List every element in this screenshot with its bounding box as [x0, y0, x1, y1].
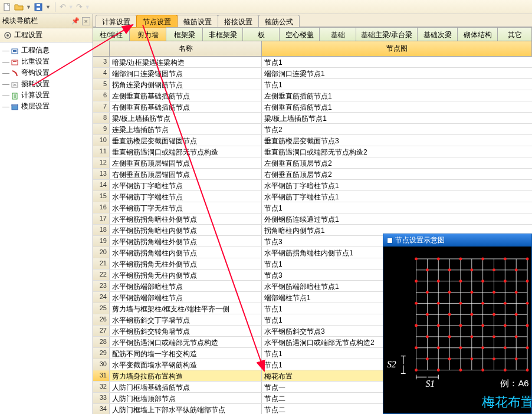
- row-img[interactable]: 节点1: [262, 57, 532, 67]
- diagram-svg: S1 S2 例：A6 梅花布置: [383, 247, 531, 413]
- svg-rect-9: [12, 60, 18, 65]
- th-img: 节点图: [262, 41, 532, 56]
- tree-dash: —: [2, 91, 8, 100]
- svg-point-76: [481, 324, 484, 327]
- nav-item-label: 损耗设置: [21, 79, 50, 89]
- caption-label: 梅花布置: [481, 395, 531, 409]
- table-row[interactable]: 13右侧垂直筋顶层锚固节点右侧垂直筋顶层节点2: [93, 169, 532, 180]
- row-name: 暗梁/边框梁遇连梁构造: [110, 57, 262, 67]
- svg-point-54: [481, 280, 484, 282]
- nav-item[interactable]: —工程信息: [1, 45, 93, 56]
- row-img[interactable]: 节点1: [262, 202, 532, 213]
- subtab-柱/墙柱[interactable]: 柱/墙柱: [93, 27, 130, 41]
- row-img[interactable]: 水平钢筋丁字端柱节点1: [262, 191, 532, 202]
- subtab-基础主梁/承台梁[interactable]: 基础主梁/承台梁: [356, 27, 418, 41]
- nav-item[interactable]: —计算设置: [1, 90, 93, 101]
- subtab-基础[interactable]: 基础: [320, 27, 356, 41]
- row-name: 人防门框墙基础插筋节点: [110, 382, 262, 392]
- row-name: 水平钢筋端部暗柱节点: [110, 281, 262, 291]
- table-row[interactable]: 9连梁上墙插筋节点节点2: [93, 124, 532, 135]
- subtab-空心楼盖[interactable]: 空心楼盖: [280, 27, 320, 41]
- subtab-基础次梁[interactable]: 基础次梁: [418, 27, 458, 41]
- nav-item-label: 计算设置: [21, 90, 50, 100]
- nav-tree: —工程信息—比重设置—弯钩设置—损耗设置—计算设置—楼层设置: [0, 42, 93, 414]
- subtab-砌体结构[interactable]: 砌体结构: [458, 27, 498, 41]
- table-row[interactable]: 12左侧垂直筋顶层锚固节点左侧垂直筋顶层节点2: [93, 157, 532, 169]
- table-row[interactable]: 6左侧垂直筋基础插筋节点左侧垂直筋插筋节点1: [93, 90, 532, 101]
- row-num: 21: [93, 258, 110, 269]
- table-row[interactable]: 3暗梁/边框梁遇连梁构造节点1: [93, 57, 532, 68]
- table-row[interactable]: 4端部洞口连梁锚固节点端部洞口连梁节点1: [93, 68, 532, 79]
- row-img[interactable]: 右侧垂直筋插筋节点1: [262, 101, 532, 112]
- svg-rect-2: [37, 8, 40, 10]
- row-num: 29: [93, 348, 110, 359]
- subtab-板[interactable]: 板: [243, 27, 280, 41]
- row-name: 剪力墙身拉筋布置构造: [110, 370, 262, 381]
- svg-point-58: [448, 291, 451, 294]
- row-img[interactable]: 水平钢筋丁字暗柱节点1: [262, 180, 532, 190]
- row-img[interactable]: 外侧钢筋连续通过节点1: [262, 213, 532, 224]
- row-img[interactable]: 垂直筋遇洞口或端部无节点构造2: [262, 146, 532, 157]
- new-icon[interactable]: [2, 2, 12, 12]
- table-row[interactable]: 7右侧垂直筋基础插筋节点右侧垂直筋插筋节点1: [93, 101, 532, 113]
- table-row[interactable]: 11垂直钢筋遇洞口或端部无节点构造垂直筋遇洞口或端部无节点构造2: [93, 146, 532, 157]
- table-row[interactable]: 17水平钢筋拐角暗柱外侧节点外侧钢筋连续通过节点1: [93, 213, 532, 225]
- table-row[interactable]: 14水平钢筋丁字暗柱节点水平钢筋丁字暗柱节点1: [93, 180, 532, 191]
- nav-item[interactable]: —楼层设置: [1, 101, 93, 112]
- nav-item[interactable]: —损耗设置: [1, 78, 93, 90]
- nav-item[interactable]: —弯钩设置: [1, 67, 93, 78]
- subtab-框架梁[interactable]: 框架梁: [166, 27, 203, 41]
- row-name: 水平钢筋丁字无柱节点: [110, 202, 262, 213]
- tab-搭接设置[interactable]: 搭接设置: [218, 15, 259, 27]
- row-name: 水平钢筋丁字端柱节点: [110, 191, 262, 202]
- row-img[interactable]: 右侧垂直筋顶层节点2: [262, 169, 532, 179]
- row-num: 23: [93, 281, 110, 291]
- dropdown-icon[interactable]: ▼: [45, 4, 51, 10]
- subtab-剪力墙[interactable]: 剪力墙: [130, 27, 166, 41]
- row-img[interactable]: 节点1: [262, 79, 532, 90]
- svg-point-64: [459, 302, 462, 305]
- app-toolbar: ▼ ▼ ↶ ▼ ↷ ▼: [0, 0, 532, 14]
- tab-箍筋公式[interactable]: 箍筋公式: [258, 15, 300, 27]
- row-img[interactable]: 梁/板上墙插筋节点1: [262, 113, 532, 123]
- pin-icon[interactable]: 📌: [71, 17, 80, 25]
- s2-label: S2: [387, 359, 396, 369]
- svg-point-49: [492, 268, 495, 271]
- table-row[interactable]: 8梁/板上墙插筋节点梁/板上墙插筋节点1: [93, 113, 532, 124]
- dropdown-icon[interactable]: ▼: [26, 4, 31, 10]
- svg-point-53: [459, 280, 462, 282]
- table-row[interactable]: 5拐角连梁内侧钢筋节点节点1: [93, 79, 532, 90]
- subtab-非框架梁[interactable]: 非框架梁: [203, 27, 243, 41]
- table-row[interactable]: 15水平钢筋丁字端柱节点水平钢筋丁字端柱节点1: [93, 191, 532, 202]
- th-name: 名称: [110, 41, 262, 56]
- nav-section[interactable]: 工程设置: [0, 28, 93, 42]
- svg-point-44: [504, 257, 507, 260]
- row-num: 3: [93, 57, 110, 67]
- row-img[interactable]: 节点2: [262, 124, 532, 134]
- tab-箍筋设置[interactable]: 箍筋设置: [177, 15, 218, 27]
- tab-计算设置[interactable]: 计算设置: [96, 15, 137, 27]
- tree-icon: [11, 47, 19, 55]
- subtab-其它[interactable]: 其它: [498, 27, 532, 41]
- open-icon[interactable]: [14, 2, 24, 12]
- row-img[interactable]: 左侧垂直筋插筋节点1: [262, 90, 532, 101]
- row-img[interactable]: 垂直筋楼层变截面节点3: [262, 135, 532, 146]
- svg-point-56: [526, 280, 529, 282]
- row-num: 14: [93, 180, 110, 190]
- row-name: 左侧垂直筋顶层锚固节点: [110, 157, 262, 168]
- table-row[interactable]: 10垂直筋楼层变截面锚固节点垂直筋楼层变截面节点3: [93, 135, 532, 146]
- row-name: 水平钢筋拐角暗柱外侧节点: [110, 213, 262, 224]
- row-num: 19: [93, 236, 110, 247]
- row-img[interactable]: 端部洞口连梁节点1: [262, 68, 532, 78]
- svg-rect-8: [13, 51, 17, 52]
- svg-point-55: [504, 280, 507, 282]
- row-img[interactable]: 左侧垂直筋顶层节点2: [262, 157, 532, 168]
- svg-point-40: [415, 257, 418, 260]
- nav-item[interactable]: —比重设置: [1, 56, 93, 67]
- table-header: 名称 节点图: [93, 41, 532, 57]
- tab-节点设置[interactable]: 节点设置: [136, 15, 178, 27]
- close-icon[interactable]: ×: [82, 17, 90, 25]
- table-row[interactable]: 16水平钢筋丁字无柱节点节点1: [93, 202, 532, 213]
- svg-point-50: [515, 268, 518, 271]
- save-icon[interactable]: [34, 2, 43, 12]
